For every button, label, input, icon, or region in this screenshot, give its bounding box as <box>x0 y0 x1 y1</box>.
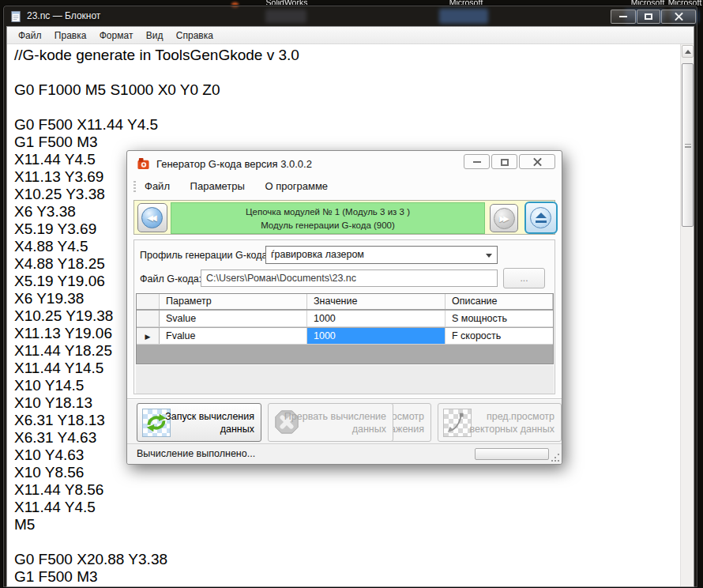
gcode-file-input[interactable]: C:\Users\Роман\Documents\23.nc <box>201 270 498 287</box>
profile-label: Профиль генерации G-кода: <box>140 250 270 261</box>
menu-view[interactable]: Вид <box>146 30 164 41</box>
dialog-menubar: Файл Параметры О программе <box>127 176 562 197</box>
preview-vector-button[interactable]: пред.просмотр векторных данных <box>438 403 562 442</box>
profile-selected-value: ѓравировка лазером <box>271 249 364 260</box>
abort-computation-button[interactable]: Прервать вычисление данных <box>268 403 393 442</box>
close-button[interactable] <box>661 9 696 24</box>
cell-desc[interactable]: S мощность <box>445 311 553 326</box>
notepad-icon <box>10 10 22 23</box>
gcode-file-path: C:\Users\Роман\Documents\23.nc <box>206 273 356 284</box>
cell-value[interactable]: 1000 <box>307 311 445 326</box>
app-icon <box>137 157 150 171</box>
eject-module-button[interactable] <box>524 202 558 234</box>
dialog-title: Генератор G-кода версия 3.0.0.2 <box>156 158 312 170</box>
panel-filler <box>136 365 554 394</box>
screen: SolidWorks Microsoft Microsoft Microsoft… <box>0 0 703 588</box>
dialog-toolbar: пред.просмотр изображения Запуск вычисле… <box>127 398 562 443</box>
table-row[interactable]: Svalue 1000 S мощность <box>137 311 553 327</box>
parameters-grid: Параметр Значение Описание Svalue 1000 S… <box>136 293 554 364</box>
button-label: Прервать вычисление <box>284 410 386 423</box>
cell-value-selected[interactable]: 1000 <box>307 328 445 344</box>
button-label: Запуск вычисления <box>165 410 254 423</box>
profile-combobox[interactable]: ѓравировка лазером <box>265 246 498 264</box>
status-bar: Вычисление выполнено... <box>127 443 562 464</box>
eject-icon <box>530 207 551 228</box>
button-label: пред.просмотр <box>470 410 555 423</box>
menu-format[interactable]: Формат <box>100 30 133 41</box>
module-chain-text: Цепочка модулей № 1 (Модуль 3 из 3 ) <box>171 205 484 219</box>
column-header-desc[interactable]: Описание <box>445 294 553 309</box>
current-row-selector[interactable]: ▶ <box>137 328 160 344</box>
dialog-menu-file[interactable]: Файл <box>145 180 170 192</box>
cell-param[interactable]: Fvalue <box>160 328 307 344</box>
row-selector-header <box>137 294 160 309</box>
maximize-button[interactable] <box>637 9 660 24</box>
dialog-minimize-button[interactable] <box>464 154 490 169</box>
resize-grip[interactable] <box>551 454 559 462</box>
chevron-down-icon <box>486 254 492 258</box>
current-row-arrow-icon: ▶ <box>145 333 151 341</box>
prev-module-button[interactable]: ◀◀ <box>137 203 167 232</box>
column-header-value[interactable]: Значение <box>307 294 445 309</box>
menu-file[interactable]: Файл <box>18 30 42 41</box>
gcode-file-label: Файл G-кода: <box>140 273 201 285</box>
vertical-scrollbar[interactable] <box>680 44 694 586</box>
browse-button[interactable]: ... <box>503 268 545 288</box>
gcode-generator-dialog: Генератор G-кода версия 3.0.0.2 Файл Пар… <box>126 150 562 465</box>
cell-desc[interactable]: F скорость <box>445 328 553 344</box>
double-left-arrow-icon: ◀◀ <box>141 207 163 228</box>
dialog-titlebar[interactable]: Генератор G-кода версия 3.0.0.2 <box>127 151 562 176</box>
dialog-menu-parameters[interactable]: Параметры <box>190 180 245 192</box>
notepad-menubar: Файл Правка Формат Вид Справка <box>7 27 694 44</box>
module-name-text: Модуль генерации G-кода (900) <box>171 219 484 232</box>
dialog-maximize-button[interactable] <box>491 154 517 169</box>
run-computation-button[interactable]: Запуск вычисления данных <box>137 403 261 442</box>
cell-param[interactable]: Svalue <box>160 311 307 326</box>
status-message: Вычисление выполнено... <box>137 448 255 459</box>
row-selector[interactable] <box>137 311 160 326</box>
minimize-button[interactable] <box>611 9 636 24</box>
double-right-arrow-icon: ▶▶ <box>494 208 515 229</box>
notepad-titlebar[interactable]: 23.nc — Блокнот <box>3 6 697 26</box>
arrow-up-icon <box>685 50 691 54</box>
scroll-up-button[interactable] <box>682 45 694 58</box>
grid-header-row: Параметр Значение Описание <box>137 294 553 310</box>
button-label: данных <box>284 423 386 435</box>
column-header-param[interactable]: Параметр <box>160 294 307 309</box>
next-module-button[interactable]: ▶▶ <box>490 204 518 232</box>
table-row[interactable]: ▶ Fvalue 1000 F скорость <box>137 328 553 345</box>
scrollbar-thumb[interactable] <box>682 63 694 227</box>
notepad-window-title: 23.nc — Блокнот <box>27 10 100 21</box>
button-label: векторных данных <box>470 423 555 435</box>
menu-edit[interactable]: Правка <box>55 30 87 41</box>
vector-curve-icon <box>443 409 472 437</box>
menu-help[interactable]: Справка <box>176 30 213 41</box>
thumb-grip-icon <box>685 144 691 148</box>
module-info-box: Цепочка модулей № 1 (Модуль 3 из 3 ) Мод… <box>171 202 485 234</box>
menu-grip-icon <box>133 181 136 192</box>
dialog-menu-about[interactable]: О программе <box>265 180 329 192</box>
dialog-close-button[interactable] <box>519 154 555 169</box>
button-label: данных <box>165 423 254 435</box>
settings-panel: Профиль генерации G-кода: ѓравировка лаз… <box>133 239 555 394</box>
module-banner-panel: ◀◀ Цепочка модулей № 1 (Модуль 3 из 3 ) … <box>133 200 555 235</box>
progress-bar <box>475 448 549 460</box>
